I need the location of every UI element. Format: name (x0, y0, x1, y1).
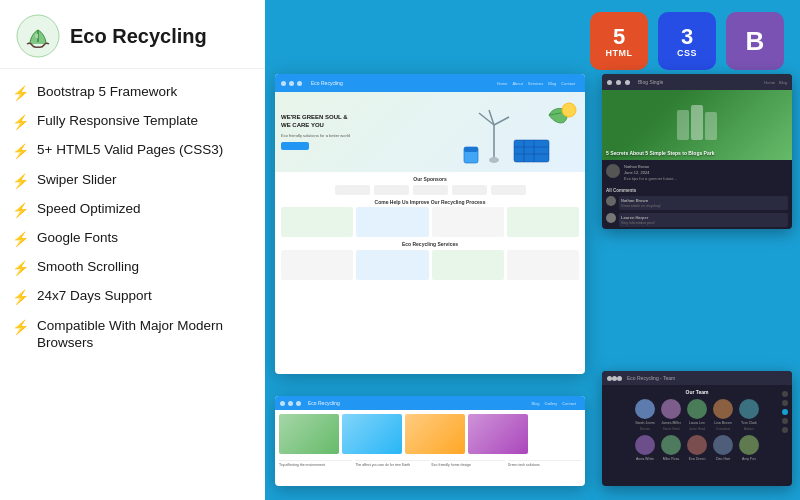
sidebar-dot-4 (782, 427, 788, 433)
comment-block-2: Lauren Harper Very informative post! (619, 213, 788, 227)
sponsor-2 (374, 185, 409, 195)
html-badge-label: HTML (606, 48, 633, 58)
svg-point-12 (562, 103, 576, 117)
feature-text-7: Smooth Scrolling (37, 258, 139, 276)
bottom-site-name: Eco Recycling (308, 400, 340, 406)
feature-item-9: ⚡Compatible With Major Modern Browsers (12, 317, 253, 352)
sponsors-label: Our Sponsors (281, 176, 579, 182)
blog-title-4: Green tech solutions (508, 460, 581, 467)
service-card-3 (432, 207, 504, 237)
blog-thumbnail-3 (405, 414, 465, 454)
feature-text-1: Bootstrap 5 Framework (37, 83, 177, 101)
comment-body-2: Very informative post! (621, 221, 786, 225)
feature-item-3: ⚡5+ HTML5 Valid Pages (CSS3) (12, 141, 253, 160)
bottom-nav-2: Gallery (545, 401, 558, 406)
right-area: 5 HTML 3 CSS B Eco Recycling Home About … (265, 0, 800, 500)
blog-author-avatar (606, 164, 620, 178)
team-role-1: Director (640, 427, 651, 431)
team-avatar-2 (661, 399, 681, 419)
feature-item-5: ⚡Speed Optimized (12, 200, 253, 219)
bottom-blog-titles: Top affecting the environment The affect… (275, 458, 585, 469)
blog-thumbnail-1 (279, 414, 339, 454)
team-avatar-6 (635, 435, 655, 455)
blog-header-text: Blog Single (638, 79, 663, 85)
team-member-4: Lisa Brown Consultant (713, 399, 733, 431)
nav-item-2: About (512, 81, 522, 86)
hero-cta-button[interactable] (281, 142, 309, 150)
feature-item-1: ⚡Bootstrap 5 Framework (12, 83, 253, 102)
bottom-nav-1: Blog (532, 401, 540, 406)
eco-card-4 (507, 250, 579, 280)
team-avatar-10 (739, 435, 759, 455)
team-member-1: Sarah Jones Director (635, 399, 655, 431)
sponsor-4 (452, 185, 487, 195)
service-card-2 (356, 207, 428, 237)
comment-body-1: Great article on recycling! (621, 204, 786, 208)
team-avatar-9 (713, 435, 733, 455)
bolt-icon-5: ⚡ (12, 201, 29, 219)
commenter-name-1: Nathan Brown (621, 198, 786, 203)
bolt-icon-3: ⚡ (12, 142, 29, 160)
mockup-content: Our Sponsors Come Help Us Improve Our Re… (275, 172, 585, 288)
bolt-icon-4: ⚡ (12, 172, 29, 190)
comment-row-2: Lauren Harper Very informative post! (606, 213, 788, 227)
html-badge-number: 5 (613, 24, 625, 50)
feature-text-4: Swiper Slider (37, 171, 117, 189)
feature-item-2: ⚡Fully Responsive Template (12, 112, 253, 131)
team-member-5: Tom Clark Advisor (739, 399, 759, 431)
feature-item-8: ⚡24x7 Days Support (12, 287, 253, 306)
sponsor-1 (335, 185, 370, 195)
svg-rect-14 (464, 147, 478, 152)
team-role-5: Advisor (744, 427, 754, 431)
html-badge: 5 HTML (590, 12, 648, 70)
sponsor-5 (491, 185, 526, 195)
team-content: Our Team Sarah Jones Director James Mill… (602, 385, 792, 465)
sidebar-dot-1 (782, 391, 788, 397)
sponsor-row (281, 185, 579, 195)
team-member-9: Dan Hart (713, 435, 733, 461)
team-member-2: James Miller Senior Head (661, 399, 681, 431)
top-badges: 5 HTML 3 CSS B (265, 0, 800, 70)
team-role-4: Consultant (716, 427, 730, 431)
svg-point-2 (489, 157, 499, 163)
logo-icon (16, 14, 60, 58)
screenshots-area: Eco Recycling Home About Services Blog C… (265, 74, 800, 500)
team-name-1: Sarah Jones (635, 421, 655, 425)
team-name-6: Anna White (636, 457, 654, 461)
feature-text-3: 5+ HTML5 Valid Pages (CSS3) (37, 141, 223, 159)
feature-text-2: Fully Responsive Template (37, 112, 198, 130)
hero-title: WE'RE GREEN SOUL &WE CARE YOU (281, 114, 459, 130)
team-row-1: Sarah Jones Director James Miller Senior… (606, 399, 788, 431)
bolt-icon-6: ⚡ (12, 230, 29, 248)
blog-post-title: 5 Secrets About 5 Simple Steps to Blogs … (606, 150, 714, 157)
all-comments-label: All Comments (606, 188, 788, 193)
feature-item-7: ⚡Smooth Scrolling (12, 258, 253, 277)
services-section-label: Eco Recycling Services (281, 241, 579, 247)
blog-mockup: Blog Single Home Blog 5 Secrets About 5 … (602, 74, 792, 229)
bolt-icon-8: ⚡ (12, 288, 29, 306)
team-avatar-3 (687, 399, 707, 419)
nav-item-4: Blog (548, 81, 556, 86)
bolt-icon-2: ⚡ (12, 113, 29, 131)
team-avatar-5 (739, 399, 759, 419)
bottom-content (275, 410, 585, 458)
css-badge-label: CSS (677, 48, 697, 58)
features-list: ⚡Bootstrap 5 Framework⚡Fully Responsive … (0, 69, 265, 500)
team-name-2: James Miller (661, 421, 681, 425)
blog-thumbnail-2 (342, 414, 402, 454)
eco-card-3 (432, 250, 504, 280)
blog-meta: Nathan Brown June 12, 2024 Eco tips for … (602, 160, 792, 186)
feature-text-9: Compatible With Major Modern Browsers (37, 317, 253, 352)
team-role-3: Junior Head (689, 427, 705, 431)
team-row-2: Anna White Mike Ross Eva Green Dan Hart (606, 435, 788, 461)
sidebar-dot-3 (782, 418, 788, 424)
eco-card-2 (356, 250, 428, 280)
team-name-5: Tom Clark (741, 421, 757, 425)
blog-title-3: Eco friendly home design (432, 460, 505, 467)
hero-text: WE'RE GREEN SOUL &WE CARE YOU Eco friend… (281, 114, 459, 150)
team-member-6: Anna White (635, 435, 655, 461)
sidebar-dot-active (782, 409, 788, 415)
mockup-navbar: Eco Recycling Home About Services Blog C… (275, 74, 585, 92)
team-member-10: Amy Fox (739, 435, 759, 461)
blog-title-1: Top affecting the environment (279, 460, 352, 467)
